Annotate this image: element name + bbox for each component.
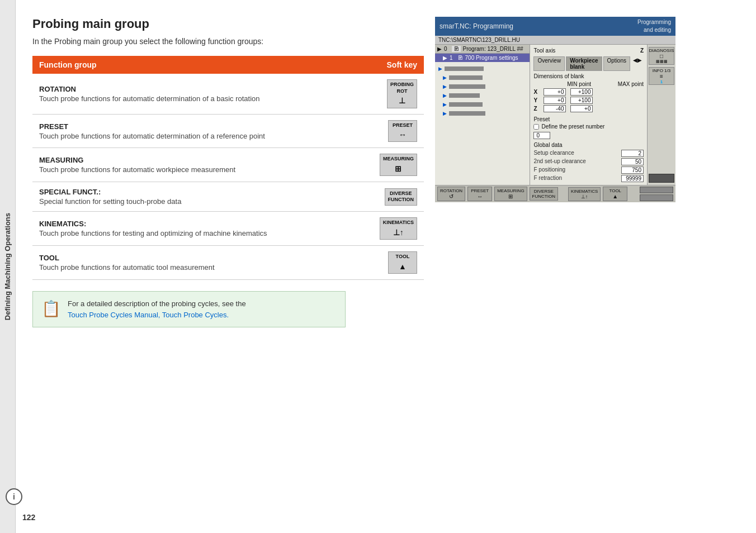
func-name: SPECIAL FUNCT.:: [39, 188, 361, 196]
preset-label: Preset: [533, 116, 644, 122]
side-indicator: [649, 174, 674, 183]
soft-key-cell: TOOL▲: [368, 246, 424, 280]
global-row-value[interactable]: 50: [621, 158, 644, 165]
global-data-label: Global data: [533, 142, 644, 148]
soft-key-button[interactable]: DIVERSEFUNCTION: [385, 188, 418, 206]
page-title: Probing main group: [32, 17, 424, 31]
table-row: ROTATIONTouch probe functions for automa…: [32, 74, 424, 114]
func-detail: Touch probe functions for testing and op…: [39, 229, 267, 237]
info-button[interactable]: INFO 1/3 ≡ 1: [649, 67, 674, 85]
coord-axis: Y: [533, 97, 539, 103]
bottom-btn-diverse[interactable]: DIVERSEFUNCTION: [530, 187, 558, 201]
global-row-label: Setup clearance: [533, 150, 574, 157]
func-desc-cell: KINEMATICS:Touch probe functions for tes…: [32, 212, 368, 246]
soft-key-cell: KINEMATICS⊥↑: [368, 212, 424, 246]
global-data-section: Global data Setup clearance 2 2nd set-up…: [533, 142, 644, 183]
func-desc-cell: SPECIAL FUNCT.:Special function for sett…: [32, 182, 368, 212]
soft-key-icon: ⊥↑: [383, 227, 414, 237]
func-detail: Touch probe functions for automatic tool…: [39, 263, 215, 272]
coord-max-input[interactable]: +100: [570, 97, 593, 104]
bottom-btn-rotation[interactable]: ROTATION↺: [437, 187, 465, 201]
global-data-row: F retraction 99999: [533, 174, 644, 183]
bottom-btn-measuring[interactable]: MEASURING⊞: [494, 187, 527, 201]
cnc-program-item-active: ▶ 1 🖹 700 Program settings: [435, 54, 530, 62]
func-detail: Touch probe functions for automatic dete…: [39, 94, 260, 103]
function-table: Function group Soft key ROTATIONTouch pr…: [32, 56, 424, 280]
bottom-btn-preset[interactable]: PRESET↔: [467, 187, 492, 201]
note-icon: 📋: [41, 299, 61, 318]
cnc-global-rows: Setup clearance 2 2nd set-up clearance 5…: [533, 149, 644, 183]
sidebar-label: Defining Machining Operations: [0, 0, 16, 533]
tool-axis-row: Tool axis Z: [533, 47, 644, 54]
func-detail: Touch probe functions for automatic dete…: [39, 132, 265, 140]
cnc-left-panel: ▶ 0 🖹 Program: 123_DRILL ## ▶ 1 🖹 700 Pr…: [435, 45, 530, 185]
global-row-value[interactable]: 2: [621, 150, 644, 157]
soft-key-cell: DIVERSEFUNCTION: [368, 182, 424, 212]
func-desc-cell: MEASURINGTouch probe functions for autom…: [32, 148, 368, 182]
right-btn-1[interactable]: [640, 187, 673, 193]
cnc-col-headers: MIN point MAX point: [533, 80, 644, 88]
coord-min-input[interactable]: +0: [544, 97, 566, 104]
coord-max-input[interactable]: +0: [570, 105, 593, 112]
global-row-label: F positioning: [533, 166, 565, 174]
coord-max-input[interactable]: +100: [570, 88, 593, 96]
soft-key-button[interactable]: KINEMATICS⊥↑: [380, 217, 417, 240]
preset-value[interactable]: 0: [533, 132, 550, 139]
define-preset-row: Define the preset number: [533, 123, 644, 130]
func-name: TOOL: [39, 254, 361, 262]
soft-key-cell: MEASURING⊞: [368, 148, 424, 182]
cnc-panel: smarT.NC: Programming Programmingand edi…: [435, 17, 675, 522]
coord-axis: X: [533, 89, 539, 95]
note-text: For a detailed description of the probin…: [68, 298, 246, 320]
cnc-right-panel: Tool axis Z Overview Workpiece blank Opt…: [530, 45, 647, 185]
func-desc-cell: PRESETTouch probe functions for automati…: [32, 114, 368, 148]
soft-key-button[interactable]: TOOL▲: [388, 251, 417, 274]
soft-key-icon: ⊥: [390, 96, 414, 106]
dimensions-label: Dimensions of blank: [533, 73, 644, 79]
table-row: KINEMATICS:Touch probe functions for tes…: [32, 212, 424, 246]
soft-key-icon: ⊞: [383, 164, 414, 174]
cnc-tabs: Overview Workpiece blank Options ◀▶: [533, 56, 644, 71]
cnc-bottom-bar: ROTATION↺ PRESET↔ MEASURING⊞ DIVERSEFUNC…: [435, 185, 675, 202]
programming-label: Programmingand editing: [633, 17, 675, 36]
cnc-side-buttons: DIAGNOSIS □ ▦▦▦ INFO 1/3 ≡ 1: [647, 45, 675, 185]
soft-key-button[interactable]: PRESET↔: [388, 120, 417, 142]
func-desc-cell: TOOLTouch probe functions for automatic …: [32, 246, 368, 280]
cnc-coord-row: Z -40 +0: [533, 104, 644, 113]
cnc-body: TNC:\SMARTNC\123_DRILL.HU ▶ 0 🖹 Program:…: [435, 36, 675, 202]
coord-min-input[interactable]: -40: [544, 105, 566, 112]
table-row: MEASURINGTouch probe functions for autom…: [32, 148, 424, 182]
cnc-blank-rows: ▶ ▶ ▶ ▶ ▶ ▶: [435, 62, 530, 120]
cnc-coord-row: Y +0 +100: [533, 96, 644, 104]
diagnosis-button[interactable]: DIAGNOSIS □ ▦▦▦: [649, 47, 674, 65]
func-name: ROTATION: [39, 85, 361, 93]
func-name: KINEMATICS:: [39, 220, 361, 228]
global-row-label: F retraction: [533, 175, 562, 182]
define-preset-checkbox[interactable]: [533, 124, 539, 130]
page-number: 122: [22, 513, 35, 522]
soft-key-cell: PRESET↔: [368, 114, 424, 148]
global-row-value[interactable]: 99999: [621, 175, 644, 182]
right-btn-2[interactable]: [640, 194, 673, 201]
table-row: SPECIAL FUNCT.:Special function for sett…: [32, 182, 424, 212]
cnc-coords: X +0 +100 Y +0 +100 Z -40 +0: [533, 88, 644, 113]
soft-key-button[interactable]: PROBINGROT⊥: [387, 79, 417, 108]
func-detail: Special function for setting touch-probe…: [39, 197, 181, 206]
page-subtitle: In the Probing main group you select the…: [32, 37, 424, 46]
cnc-right-btns: [640, 187, 673, 201]
coord-axis: Z: [533, 106, 539, 112]
global-data-row: F positioning 750: [533, 166, 644, 174]
tab-options[interactable]: Options: [603, 56, 630, 71]
coord-min-input[interactable]: +0: [544, 88, 566, 96]
note-box: 📋 For a detailed description of the prob…: [32, 291, 346, 327]
global-data-row: Setup clearance 2: [533, 149, 644, 158]
cnc-coord-row: X +0 +100: [533, 88, 644, 96]
tab-overview[interactable]: Overview: [533, 56, 565, 71]
func-name: MEASURING: [39, 156, 361, 164]
bottom-btn-tool[interactable]: TOOL▲: [603, 187, 627, 201]
global-row-value[interactable]: 750: [621, 166, 644, 174]
tab-workpiece-blank[interactable]: Workpiece blank: [566, 56, 602, 71]
soft-key-button[interactable]: MEASURING⊞: [380, 154, 417, 176]
bottom-btn-kinematics[interactable]: KINEMATICS⊥↑: [568, 187, 601, 201]
global-row-label: 2nd set-up clearance: [533, 158, 585, 165]
